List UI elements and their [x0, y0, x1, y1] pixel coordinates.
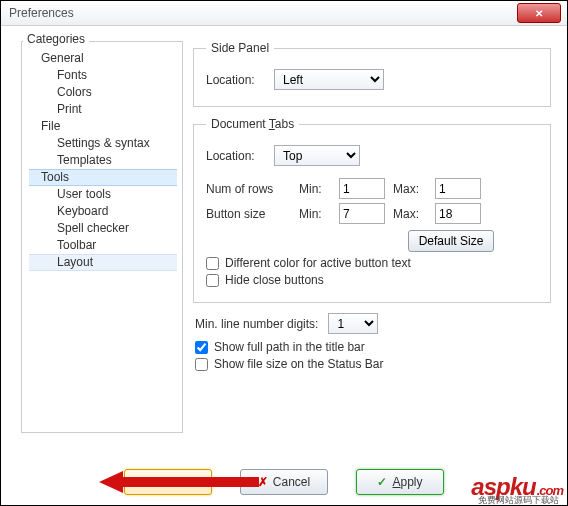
diffcolor-checkbox[interactable] [206, 257, 219, 270]
dialog-content: Categories GeneralFontsColorsPrintFileSe… [1, 26, 567, 34]
numrows-min-label: Min: [299, 182, 331, 196]
hideclose-label: Hide close buttons [225, 273, 324, 287]
minline-select[interactable]: 1 [328, 313, 378, 334]
numrows-max-input[interactable] [435, 178, 481, 199]
statusbar-label: Show file size on the Status Bar [214, 357, 383, 371]
tabs-location-label: Location: [206, 149, 266, 163]
tree-item-layout[interactable]: Layout [29, 254, 177, 271]
cancel-button[interactable]: ✗ Cancel [240, 469, 328, 495]
tree-item-user-tools[interactable]: User tools [29, 186, 177, 203]
statusbar-checkbox[interactable] [195, 358, 208, 371]
tree-item-tools[interactable]: Tools [29, 169, 177, 186]
numrows-max-label: Max: [393, 182, 427, 196]
dialog-buttons: ✓ OK ✗ Cancel ✓ Apply [1, 469, 567, 495]
fullpath-checkbox[interactable] [195, 341, 208, 354]
watermark-sub: 免费网站源码下载站 [478, 494, 559, 506]
categories-tree[interactable]: GeneralFontsColorsPrintFileSettings & sy… [29, 50, 177, 271]
x-icon: ✗ [258, 475, 268, 489]
side-panel-group: Side Panel Location: Left [193, 41, 551, 107]
tree-item-spell-checker[interactable]: Spell checker [29, 220, 177, 237]
tree-item-keyboard[interactable]: Keyboard [29, 203, 177, 220]
minline-label: Min. line number digits: [195, 317, 318, 331]
tabs-location-select[interactable]: Top [274, 145, 360, 166]
btnsize-max-label: Max: [393, 207, 427, 221]
ok-button[interactable]: ✓ OK [124, 469, 212, 495]
categories-legend: Categories [23, 32, 89, 46]
side-panel-legend: Side Panel [206, 41, 274, 55]
tree-item-fonts[interactable]: Fonts [29, 67, 177, 84]
document-tabs-legend: Document Tabs [206, 117, 299, 131]
diffcolor-label: Different color for active button text [225, 256, 411, 270]
btnsize-max-input[interactable] [435, 203, 481, 224]
settings-panel: Side Panel Location: Left Document Tabs … [193, 41, 551, 374]
window-title: Preferences [9, 6, 74, 20]
titlebar: Preferences ✕ [1, 1, 567, 26]
tree-item-general[interactable]: General [29, 50, 177, 67]
tree-item-colors[interactable]: Colors [29, 84, 177, 101]
window-close-button[interactable]: ✕ [517, 3, 561, 23]
btnsize-min-input[interactable] [339, 203, 385, 224]
check-icon: ✓ [377, 475, 387, 489]
side-panel-location-select[interactable]: Left [274, 69, 384, 90]
close-icon: ✕ [535, 8, 543, 19]
side-panel-location-label: Location: [206, 73, 266, 87]
hideclose-checkbox[interactable] [206, 274, 219, 287]
numrows-min-input[interactable] [339, 178, 385, 199]
tree-item-templates[interactable]: Templates [29, 152, 177, 169]
tree-item-file[interactable]: File [29, 118, 177, 135]
btnsize-label: Button size [206, 207, 291, 221]
numrows-label: Num of rows [206, 182, 291, 196]
check-icon: ✓ [152, 475, 162, 489]
lower-options: Min. line number digits: 1 Show full pat… [195, 313, 551, 371]
fullpath-label: Show full path in the title bar [214, 340, 365, 354]
btnsize-min-label: Min: [299, 207, 331, 221]
tree-item-toolbar[interactable]: Toolbar [29, 237, 177, 254]
apply-button[interactable]: ✓ Apply [356, 469, 444, 495]
default-size-button[interactable]: Default Size [408, 230, 495, 252]
tree-item-settings-syntax[interactable]: Settings & syntax [29, 135, 177, 152]
tree-item-print[interactable]: Print [29, 101, 177, 118]
document-tabs-group: Document Tabs Location: Top Num of rows … [193, 117, 551, 303]
